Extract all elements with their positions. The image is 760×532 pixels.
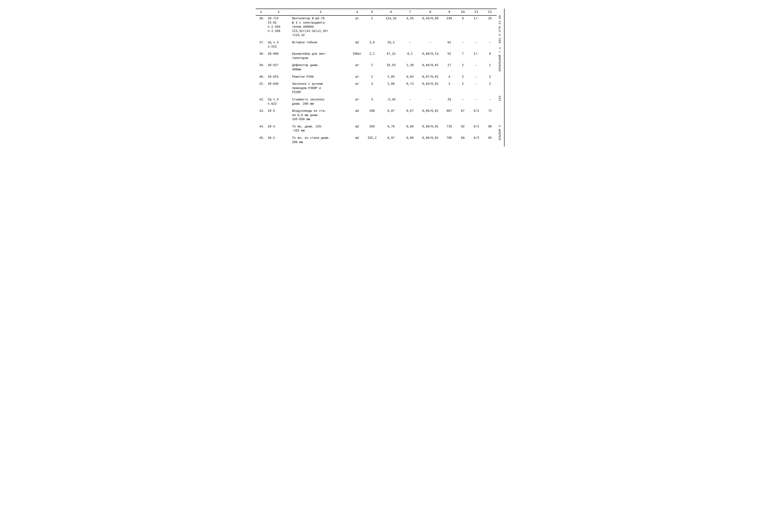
cell-1-11: I/–	[470, 16, 483, 38]
cell-4-2: 20-527	[266, 63, 291, 73]
cell-6-7: 0,73	[402, 81, 418, 95]
cell-5-7: 0,84	[402, 74, 418, 80]
side-bottom-label: АЛЬБОМ 5	[498, 125, 501, 140]
cell-10-3: То же, из стали диам.200 мм	[291, 135, 351, 145]
cell-1-3: Вентилятор В-Ц4-70№ 4 с электродвига-тел…	[291, 16, 351, 38]
cell-3-1: 38.	[256, 51, 267, 61]
cell-1-8: 0,44/0,09	[418, 16, 443, 38]
table-row: 37.СЦ ч.3п.5I5Вставки гибкием23,8I6,2––6…	[256, 40, 497, 50]
cell-2-12: –	[483, 40, 497, 50]
cell-6-9: 3	[443, 81, 456, 95]
cell-5-9: 4	[443, 74, 456, 80]
cell-4-9: I7	[443, 63, 456, 73]
cell-8-5: IOO	[364, 108, 380, 122]
cell-9-11: 6/I	[470, 124, 483, 134]
cell-7-1: 42.	[256, 97, 267, 107]
cell-3-11: I/–	[470, 51, 483, 61]
table-row: 45.20-2То же, из стали диам.200 ммм2IOI,…	[256, 135, 497, 145]
cell-2-5: 3,8	[364, 40, 380, 50]
cell-1-6: I24,32	[380, 16, 402, 38]
cell-3-7: 6,I	[402, 51, 418, 61]
cell-9-6: 6,76	[380, 124, 402, 134]
col-header-2: 2	[266, 9, 291, 16]
cell-4-3: Дефлектор диам.400мм	[291, 63, 351, 73]
cell-2-7: –	[402, 40, 418, 50]
cell-4-5: I	[364, 63, 380, 73]
cell-9-7: 0,88	[402, 124, 418, 134]
page-wrapper: I 2 3 4 5 6 7 8 9 IO II I2 36.20-7I4I5-O…	[256, 9, 504, 147]
cell-9-8: 0,06/0,0I	[418, 124, 443, 134]
cell-2-2: СЦ ч.3п.5I5	[266, 40, 291, 50]
cell-2-4: м2	[351, 40, 364, 50]
cell-5-6: I,85	[380, 74, 402, 80]
col-header-10: IO	[456, 9, 470, 16]
cell-7-11: –	[470, 97, 483, 107]
cell-9-10: 92	[456, 124, 470, 134]
cell-10-12: 95	[483, 135, 497, 145]
cell-6-10: 2	[456, 81, 470, 95]
cell-2-9: 62	[443, 40, 456, 50]
cell-7-3: Стоимость заслонокдиам. 280 мм	[291, 97, 351, 107]
cell-2-11: –	[470, 40, 483, 50]
cell-9-12: 98	[483, 124, 497, 134]
cell-1-10: 9	[456, 16, 470, 38]
side-top-label: ЗОНАЛЬНЫЙ т.п. 802-5-47М.I3.88	[498, 15, 501, 72]
col-header-5: 5	[364, 9, 380, 16]
cell-3-12: 8	[483, 51, 497, 61]
cell-3-5: I,I	[364, 51, 380, 61]
spacer-row	[256, 145, 497, 147]
cell-6-3: Заслонки с ручнымприводом Р200Р иР250Р	[291, 81, 351, 95]
cell-4-8: 0,04/0,0I	[418, 63, 443, 73]
table-row: 44.20-4То же, диам. 225--3I5 ммм2IO56,76…	[256, 124, 497, 134]
cell-3-4: IOOкг	[351, 51, 364, 61]
cell-1-1: 36.	[256, 16, 267, 38]
cell-5-8: 0,07/0,0I	[418, 74, 443, 80]
cell-4-6: I6,53	[380, 63, 402, 73]
cell-9-5: IO5	[364, 124, 380, 134]
cell-9-1: 44.	[256, 124, 267, 134]
cell-10-2: 20-2	[266, 135, 291, 145]
cell-6-11: –	[470, 81, 483, 95]
col-header-9: 9	[443, 9, 456, 16]
cell-1-5: 2	[364, 16, 380, 38]
cell-8-10: 67	[456, 108, 470, 122]
header-row: I 2 3 4 5 6 7 8 9 IO II I2	[256, 9, 497, 16]
cell-5-10: 2	[456, 74, 470, 80]
main-table: I 2 3 4 5 6 7 8 9 IO II I2 36.20-7I4I5-O…	[256, 9, 497, 147]
cell-6-12: 2	[483, 81, 497, 95]
cell-10-7: 0,88	[402, 135, 418, 145]
cell-10-8: 0,06/0,0I	[418, 135, 443, 145]
cell-2-8: –	[418, 40, 443, 50]
cell-6-1: 4I.	[256, 81, 267, 95]
cell-4-4: шт	[351, 63, 364, 73]
col-header-1: I	[256, 9, 267, 16]
cell-2-1: 37.	[256, 40, 267, 50]
cell-4-11: –	[470, 63, 483, 73]
table-row: 40.20-6I5Решетки Р200шт2I,850,840,07/0,0…	[256, 74, 497, 80]
cell-3-6: 47,22	[380, 51, 402, 61]
cell-8-9: 607	[443, 108, 456, 122]
cell-4-10: 2	[456, 63, 470, 73]
cell-7-9: I6	[443, 97, 456, 107]
cell-7-5: 3	[364, 97, 380, 107]
cell-6-6: I,06	[380, 81, 402, 95]
cell-2-3: Вставки гибкие	[291, 40, 351, 50]
cell-5-2: 20-6I5	[266, 74, 291, 80]
cell-1-2: 20-7I4I5-OIп.I-394п.I-398	[266, 16, 291, 38]
cell-9-4: м2	[351, 124, 364, 134]
cell-5-11: –	[470, 74, 483, 80]
cell-1-12: IO	[483, 16, 497, 38]
cell-1-4: шт	[351, 16, 364, 38]
col-header-6: 6	[380, 9, 402, 16]
cell-8-8: 0,05/0,0I	[418, 108, 443, 122]
col-header-3: 3	[291, 9, 351, 16]
cell-2-10: –	[456, 40, 470, 50]
col-header-4: 4	[351, 9, 364, 16]
cell-4-1: 39.	[256, 63, 267, 73]
cell-4-12: 2	[483, 63, 497, 73]
cell-8-12: 72	[483, 108, 497, 122]
cell-1-9: 249	[443, 16, 456, 38]
cell-8-3: Воздуховоды из ста-ли 0,6 мм диам.335-65…	[291, 108, 351, 122]
cell-5-3: Решетки Р200	[291, 74, 351, 80]
col-header-12: I2	[483, 9, 497, 16]
